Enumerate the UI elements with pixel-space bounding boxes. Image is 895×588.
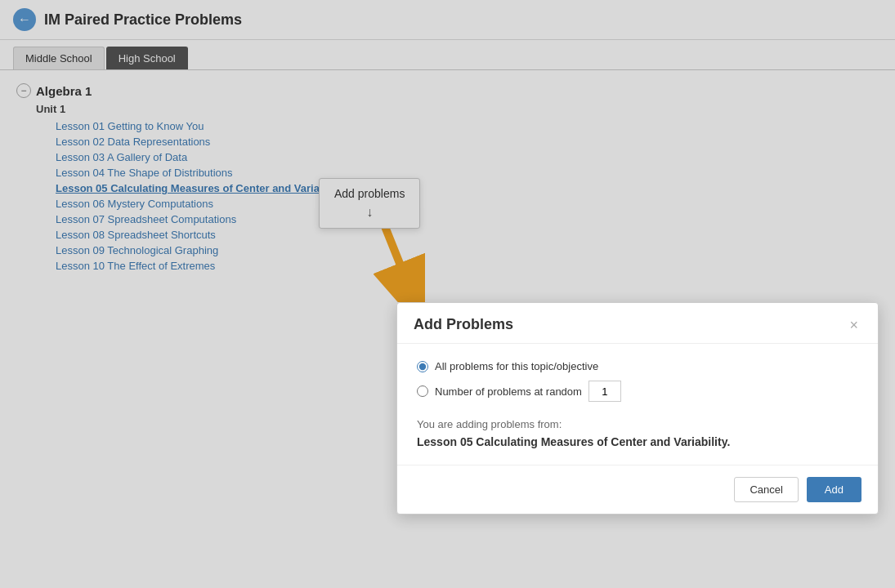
add-problems-modal: Add Problems × All problems for this top… — [396, 302, 879, 514]
page-wrapper: ← IM Paired Practice Problems Middle Sch… — [0, 0, 895, 588]
all-problems-label: All problems for this topic/objective — [435, 360, 598, 372]
modal-footer: Cancel Add — [397, 465, 878, 514]
modal-overlay: Add Problems × All problems for this top… — [0, 0, 895, 588]
source-info: You are adding problems from: — [417, 418, 858, 430]
random-count-input[interactable] — [588, 381, 621, 402]
all-problems-row: All problems for this topic/objective — [417, 360, 858, 372]
source-lesson: Lesson 05 Calculating Measures of Center… — [417, 435, 858, 448]
random-problems-row: Number of problems at random — [417, 381, 858, 402]
all-problems-radio[interactable] — [417, 361, 428, 372]
modal-header: Add Problems × — [397, 303, 878, 344]
add-button[interactable]: Add — [807, 477, 861, 502]
radio-group: All problems for this topic/objective Nu… — [417, 360, 858, 402]
modal-title: Add Problems — [414, 316, 513, 333]
cancel-button[interactable]: Cancel — [734, 477, 798, 502]
random-problems-label: Number of problems at random — [435, 385, 582, 398]
modal-body: All problems for this topic/objective Nu… — [397, 344, 878, 465]
random-problems-radio[interactable] — [417, 385, 428, 397]
modal-close-button[interactable]: × — [846, 318, 861, 332]
